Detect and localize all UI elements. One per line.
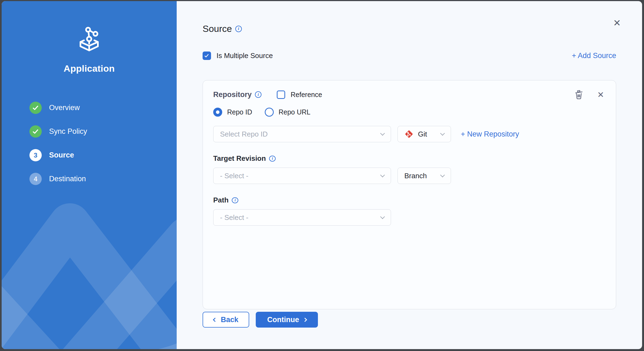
repository-card: Repository i Reference	[203, 80, 616, 309]
target-revision-label: Target Revision	[213, 154, 266, 163]
remove-source-icon[interactable]: ✕	[596, 90, 606, 99]
add-source-button[interactable]: + Add Source	[572, 52, 616, 60]
path-label: Path	[213, 196, 228, 204]
chevron-down-icon	[380, 131, 385, 136]
revision-type-value: Branch	[404, 172, 427, 180]
repo-type-select[interactable]: Git	[398, 126, 451, 142]
target-revision-placeholder: - Select -	[220, 172, 248, 180]
repo-url-radio[interactable]	[265, 108, 274, 117]
page-title-row: Source i	[203, 1, 616, 34]
repo-id-radio-label: Repo ID	[227, 108, 252, 116]
step-complete-icon	[29, 125, 42, 138]
repo-url-radio-label: Repo URL	[279, 108, 311, 116]
git-icon	[404, 129, 414, 139]
repo-id-select-placeholder: Select Repo ID	[220, 130, 268, 138]
multi-source-row: Is Multiple Source + Add Source	[203, 52, 616, 60]
check-icon	[32, 104, 38, 110]
continue-button-label: Continue	[267, 316, 299, 324]
repo-type-value: Git	[418, 130, 427, 138]
step-complete-icon	[29, 102, 42, 114]
application-wizard-modal: Application Overview Sync Policy 3 Sourc…	[2, 1, 642, 349]
wizard-sidebar: Application Overview Sync Policy 3 Sourc…	[2, 1, 177, 349]
path-select[interactable]: - Select -	[213, 209, 391, 226]
chevron-left-icon	[213, 317, 217, 322]
repository-title: Repository	[213, 90, 252, 99]
step-sync-policy[interactable]: Sync Policy	[29, 125, 87, 138]
is-multiple-source-checkbox[interactable]	[203, 52, 211, 60]
is-multiple-source-label: Is Multiple Source	[216, 52, 273, 60]
step-label: Destination	[49, 175, 86, 183]
chevron-right-icon	[303, 317, 307, 322]
source-panel: ✕ Source i Is Multiple Source + Add Sour…	[177, 1, 642, 349]
info-icon[interactable]: i	[232, 197, 238, 203]
step-number-badge: 4	[29, 173, 42, 185]
card-actions: ✕	[574, 90, 606, 99]
step-number-badge: 3	[29, 149, 42, 161]
path-row: - Select -	[213, 209, 606, 226]
target-revision-select[interactable]: - Select -	[213, 168, 391, 184]
target-revision-row: - Select - Branch	[213, 168, 606, 184]
path-select-placeholder: - Select -	[220, 213, 248, 222]
info-icon[interactable]: i	[255, 91, 261, 98]
chevron-down-icon	[440, 131, 445, 136]
new-repository-button[interactable]: + New Repository	[461, 130, 519, 138]
wizard-footer: Back Continue	[203, 312, 616, 328]
chevron-down-icon	[380, 173, 385, 177]
repo-select-row: Select Repo ID Git	[213, 126, 606, 142]
repo-mode-radio-group: Repo ID Repo URL	[213, 108, 606, 117]
target-revision-label-row: Target Revision i	[213, 154, 606, 163]
revision-type-select[interactable]: Branch	[398, 168, 451, 184]
wizard-title: Application	[64, 63, 115, 74]
reference-control: Reference	[277, 90, 322, 99]
delete-source-button[interactable]	[574, 90, 584, 99]
repo-id-select[interactable]: Select Repo ID	[213, 126, 391, 142]
check-icon	[204, 53, 209, 58]
info-icon[interactable]: i	[235, 26, 242, 32]
step-overview[interactable]: Overview	[29, 102, 87, 114]
close-icon[interactable]: ✕	[611, 17, 623, 29]
chevron-down-icon	[380, 214, 385, 219]
path-label-row: Path i	[213, 196, 606, 204]
wizard-steps: Overview Sync Policy 3 Source 4 Destinat…	[29, 102, 87, 185]
step-label: Source	[49, 151, 74, 159]
trash-icon	[574, 90, 583, 99]
chevron-down-icon	[440, 173, 445, 177]
reference-checkbox[interactable]	[277, 90, 285, 99]
brand-watermark	[2, 191, 177, 349]
is-multiple-source-control: Is Multiple Source	[203, 52, 273, 60]
step-destination[interactable]: 4 Destination	[29, 173, 87, 185]
application-logo-icon	[73, 23, 105, 56]
check-icon	[32, 128, 38, 134]
continue-button[interactable]: Continue	[256, 312, 318, 328]
info-icon[interactable]: i	[269, 156, 276, 162]
page-title: Source	[203, 23, 232, 34]
back-button[interactable]: Back	[203, 312, 249, 328]
step-label: Sync Policy	[49, 127, 87, 136]
repo-id-radio[interactable]	[213, 108, 222, 117]
reference-label: Reference	[291, 91, 322, 99]
step-label: Overview	[49, 104, 80, 112]
repository-card-header: Repository i Reference	[213, 90, 606, 99]
step-source[interactable]: 3 Source	[29, 149, 87, 161]
back-button-label: Back	[221, 316, 239, 324]
